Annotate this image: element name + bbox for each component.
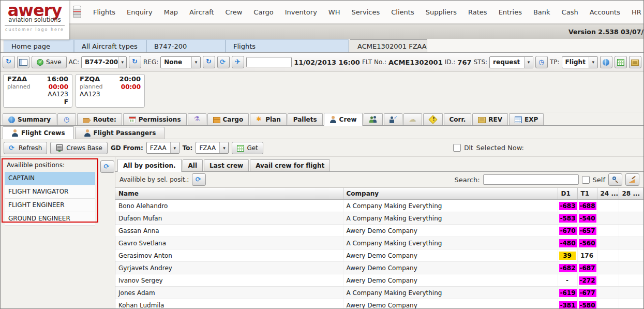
cell-24[interactable] [597, 237, 619, 249]
tab-plan[interactable]: Plan [250, 113, 287, 125]
reg-refresh-button[interactable] [203, 56, 215, 68]
cell-24[interactable] [597, 249, 619, 262]
cell-name[interactable]: Gyrjavets Andrey [115, 262, 343, 274]
cell-company[interactable]: Awery Demo Company [343, 262, 558, 274]
cell-company[interactable]: A Company Making Everything [343, 287, 558, 299]
cell-24[interactable] [597, 287, 619, 299]
tab-rev[interactable]: REV [472, 113, 508, 125]
col-24[interactable]: 24 ... [597, 188, 619, 200]
cell-name[interactable]: Ivanov Sergey [115, 274, 343, 287]
cell-name[interactable]: Gerasimov Anton [115, 249, 343, 262]
tab-passengers[interactable] [364, 113, 383, 125]
tab-summary[interactable]: Summary [3, 113, 56, 125]
tab-last-crew[interactable]: Last crew [204, 159, 249, 171]
cell-company[interactable]: Awery Demo Company [343, 249, 558, 262]
leg-card-fzaa[interactable]: FZAA16:00 planned00:00 AA123 F [3, 74, 72, 108]
aircraft-swap-button[interactable] [232, 56, 244, 68]
tab-times[interactable] [57, 113, 76, 125]
map-view-button[interactable] [600, 56, 612, 68]
gd-from-select[interactable]: FZAA [146, 142, 179, 154]
menu-toggle-button[interactable] [73, 6, 81, 18]
tab-avail-crew-for-flight[interactable]: Avail crew for flight [250, 159, 330, 171]
cell-d1[interactable]: -583 [558, 212, 577, 225]
cell-28[interactable] [619, 249, 643, 262]
tab-weather[interactable] [403, 113, 422, 125]
menu-item-cargo[interactable]: Cargo [248, 8, 279, 16]
cell-name[interactable]: Jones Adam [115, 287, 343, 299]
tab-crew-check[interactable] [384, 113, 402, 125]
positions-refresh-button[interactable] [100, 160, 114, 173]
position-item-captain[interactable]: CAPTAIN [5, 172, 95, 185]
ac-refresh-button[interactable] [129, 56, 141, 68]
table-row[interactable]: Gassan AnnaAwery Demo Company-670-657 [115, 225, 643, 237]
menu-item-wh[interactable]: WH [323, 8, 346, 16]
table-row[interactable]: Dufaon MufanA Company Making Everything-… [115, 212, 643, 225]
cell-24[interactable] [597, 225, 619, 237]
col-28[interactable]: 28 ... [619, 188, 643, 200]
cell-t1[interactable]: -657 [577, 225, 597, 237]
cell-24[interactable] [597, 212, 619, 225]
search-input[interactable] [483, 174, 579, 185]
toolbar-input[interactable] [246, 57, 292, 67]
cell-28[interactable] [619, 287, 643, 299]
layout-button[interactable] [17, 56, 29, 68]
cell-28[interactable] [619, 212, 643, 225]
cell-d1[interactable]: -683 [558, 200, 577, 212]
cell-company[interactable]: A Company Making Everything [343, 212, 558, 225]
menu-item-flights[interactable]: Flights [87, 8, 121, 16]
cell-28[interactable] [619, 200, 643, 212]
cell-company[interactable]: Awery Demo Company [343, 299, 558, 309]
self-checkbox[interactable] [582, 176, 590, 184]
gd-to-select[interactable]: FZAA [196, 142, 229, 154]
crews-base-button[interactable]: Crews Base [50, 142, 108, 154]
aircraft-select[interactable]: B747-200 [81, 56, 127, 68]
menu-item-enquiry[interactable]: Enquiry [121, 8, 158, 16]
cell-d1[interactable]: - [558, 274, 577, 287]
cell-company[interactable]: Awery Demo Company [343, 274, 558, 287]
col-d1[interactable]: D1 [558, 188, 577, 200]
refresh-button[interactable] [3, 56, 15, 68]
get-button[interactable]: Get [232, 142, 263, 154]
cell-d1[interactable]: -670 [558, 225, 577, 237]
tab-all-aircraft-types[interactable]: All Aircraft types [74, 39, 146, 52]
cell-28[interactable] [619, 237, 643, 249]
col-name[interactable]: Name [115, 188, 343, 200]
tab-fuel[interactable] [188, 113, 206, 125]
tab-crew[interactable]: Crew [324, 113, 363, 126]
cell-name[interactable]: Gavro Svetlana [115, 237, 343, 249]
tab-cargo[interactable]: Cargo [207, 113, 249, 125]
reload-button[interactable] [217, 56, 230, 68]
menu-item-aircraft[interactable]: Aircraft [184, 8, 219, 16]
cell-24[interactable] [597, 200, 619, 212]
refresh-crew-button[interactable]: Refresh [4, 142, 47, 154]
tab-permissions[interactable]: Permissions [123, 113, 187, 125]
tab-exp[interactable]: EXP [509, 113, 544, 125]
table-row[interactable]: Jones AdamA Company Making Everything-61… [115, 287, 643, 299]
tab-alerts[interactable] [423, 113, 443, 125]
menu-item-entries[interactable]: Entries [493, 8, 528, 16]
cell-name[interactable]: Dufaon Mufan [115, 212, 343, 225]
cell-t1[interactable]: -687 [577, 262, 597, 274]
status-select[interactable]: request [489, 56, 533, 68]
table-row[interactable]: Bono AlehandroA Company Making Everythin… [115, 200, 643, 212]
cell-company[interactable]: Awery Demo Company [343, 225, 558, 237]
cell-28[interactable] [619, 274, 643, 287]
tab-route[interactable]: Route: [77, 113, 122, 125]
tab-all-by-position[interactable]: All by position. [117, 159, 182, 172]
avail-refresh-button[interactable] [192, 173, 206, 186]
search-button[interactable] [608, 173, 622, 186]
cell-name[interactable]: Kohan Ludmila [115, 299, 343, 309]
cell-name[interactable]: Gassan Anna [115, 225, 343, 237]
tab-all[interactable]: All [183, 159, 203, 171]
cell-d1[interactable]: -480 [558, 237, 577, 249]
tab-b747-200[interactable]: B747-200 [146, 39, 226, 52]
menu-item-rates[interactable]: Rates [462, 8, 493, 16]
cell-t1[interactable]: -540 [577, 212, 597, 225]
cell-d1[interactable]: -682 [558, 262, 577, 274]
tab-flight-acme1302001[interactable]: ACME1302001 FZAA-FZQA [350, 39, 427, 52]
cell-t1[interactable]: -560 [577, 237, 597, 249]
menu-item-clients[interactable]: Clients [385, 8, 420, 16]
cell-t1[interactable]: -688 [577, 200, 597, 212]
cell-28[interactable] [619, 299, 643, 309]
tab-flight-passangers[interactable]: Flight Passangers [75, 127, 165, 139]
